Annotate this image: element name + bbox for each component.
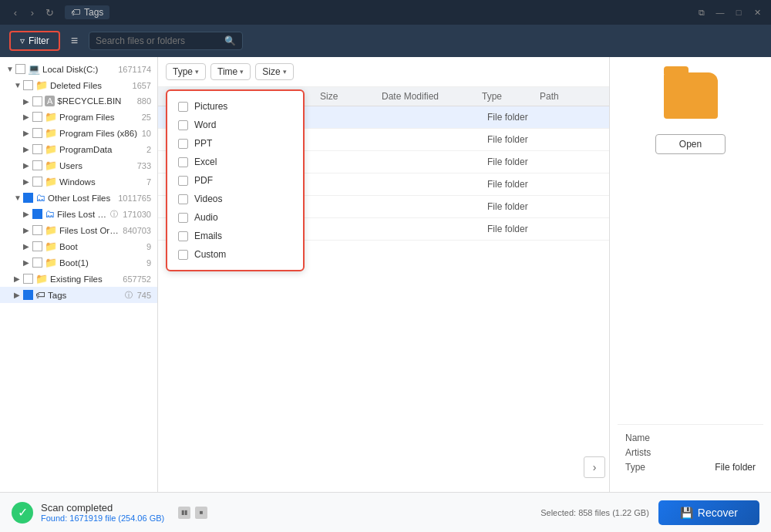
checkbox[interactable] [32, 258, 42, 268]
sidebar-item-label: Program Files (x86) [59, 129, 139, 138]
option-checkbox[interactable] [178, 120, 188, 130]
forward-button[interactable]: › [25, 5, 40, 20]
toggle-icon: ▼ [6, 65, 15, 73]
pause-button[interactable]: ▮▮ [178, 507, 190, 519]
checkbox[interactable] [32, 177, 42, 187]
option-checkbox[interactable] [178, 102, 188, 112]
checkbox[interactable] [32, 225, 42, 235]
open-button[interactable]: Open [655, 134, 726, 154]
next-arrow-button[interactable]: › [584, 456, 605, 478]
sidebar-item-users[interactable]: ▶ 📁 Users 733 [0, 157, 157, 173]
type-option-excel[interactable]: Excel [167, 153, 303, 171]
sidebar-item-other-lost-files[interactable]: ▼ 🗂 Other Lost Files 1011765 [0, 190, 157, 206]
option-checkbox[interactable] [178, 231, 188, 241]
recover-button[interactable]: 💾 Recover [658, 500, 759, 525]
filter-bar: Type ▾ Time ▾ Size ▾ [158, 57, 609, 87]
type-option-ppt[interactable]: PPT [167, 134, 303, 153]
size-filter-dropdown[interactable]: Size ▾ [255, 63, 293, 80]
checkbox[interactable] [32, 160, 42, 170]
path-breadcrumb: 🏷 Tags [65, 5, 109, 19]
folder-icon: 📁 [45, 224, 57, 236]
sidebar-item-files-lost-original-1[interactable]: ▶ 🗂 Files Lost Origi... ⓘ 171030 [0, 206, 157, 222]
refresh-button[interactable]: ↻ [42, 5, 57, 20]
type-option-pictures[interactable]: Pictures [167, 97, 303, 116]
type-option-videos[interactable]: Videos [167, 190, 303, 208]
option-label: Audio [194, 212, 218, 223]
checkbox[interactable] [23, 274, 33, 284]
main-content: ▼ 💻 Local Disk(C:) 1671174 ▼ 📁 Deleted F… [0, 57, 771, 492]
toggle-icon: ▶ [23, 97, 32, 106]
option-checkbox[interactable] [178, 213, 188, 223]
sidebar-item-program-data[interactable]: ▶ 📁 ProgramData 2 [0, 141, 157, 157]
type-option-word[interactable]: Word [167, 116, 303, 134]
sidebar-item-boot1[interactable]: ▶ 📁 Boot(1) 9 [0, 254, 157, 271]
folder-icon: 📁 [35, 273, 48, 285]
sidebar-item-files-lost-original-2[interactable]: ▶ 📁 Files Lost Original ... 840703 [0, 222, 157, 238]
window-maximize-button[interactable]: □ [732, 6, 745, 19]
time-filter-dropdown[interactable]: Time ▾ [210, 63, 251, 80]
option-checkbox[interactable] [178, 139, 188, 149]
col-path-header: Path [540, 91, 601, 102]
type-option-audio[interactable]: Audio [167, 208, 303, 227]
option-checkbox[interactable] [178, 157, 188, 167]
sidebar-item-program-files-x86[interactable]: ▶ 📁 Program Files (x86) 10 [0, 125, 157, 141]
menu-button[interactable]: ≡ [66, 31, 82, 51]
filter-icon: ▿ [20, 35, 25, 46]
option-checkbox[interactable] [178, 194, 188, 204]
sidebar-item-windows[interactable]: ▶ 📁 Windows 7 [0, 173, 157, 190]
folder-icon: 📁 [35, 79, 48, 91]
toggle-icon: ▶ [23, 129, 32, 137]
type-option-emails[interactable]: Emails [167, 227, 303, 245]
sidebar-item-existing-files[interactable]: ▶ 📁 Existing Files 657752 [0, 271, 157, 287]
window-restore-button[interactable]: ⧉ [695, 6, 708, 19]
option-label: Excel [194, 157, 217, 167]
toggle-icon: ▼ [14, 194, 23, 202]
type-option-pdf[interactable]: PDF [167, 171, 303, 190]
option-checkbox[interactable] [178, 250, 188, 260]
sidebar-item-count: 171030 [123, 210, 151, 219]
checkbox[interactable] [32, 209, 42, 219]
checkbox[interactable] [23, 290, 33, 300]
filter-button[interactable]: ▿ Filter [9, 31, 60, 51]
filter-label: Filter [29, 35, 49, 46]
row-type: File folder [487, 134, 540, 145]
checkbox[interactable] [32, 128, 42, 138]
sidebar-item-tags[interactable]: ▶ 🏷 Tags ⓘ 745 [0, 287, 157, 303]
type-filter-dropdown[interactable]: Type ▾ [166, 63, 206, 80]
sidebar-item-boot[interactable]: ▶ 📁 Boot 9 [0, 238, 157, 254]
checkbox[interactable] [32, 241, 42, 251]
toggle-icon: ▶ [14, 291, 23, 299]
window-minimize-button[interactable]: ― [714, 6, 726, 19]
folder-icon: 🗂 [45, 208, 55, 220]
checkbox[interactable] [32, 96, 42, 106]
path-icon: 🏷 [71, 7, 80, 18]
search-input[interactable] [96, 35, 220, 46]
info-icon[interactable]: ⓘ [110, 209, 118, 220]
type-dropdown-overlay: Pictures Word PPT Excel PDF Videos [166, 89, 305, 271]
toggle-icon: ▶ [23, 177, 32, 186]
checkbox[interactable] [32, 112, 42, 122]
checkbox[interactable] [23, 193, 33, 203]
sidebar-item-recycle-bin[interactable]: ▶ A $RECYCLE.BIN 880 [0, 93, 157, 109]
info-icon[interactable]: ⓘ [125, 290, 133, 301]
sidebar-item-count: 733 [137, 161, 151, 170]
info-row-artists: Artists [625, 447, 756, 458]
sidebar-item-local-disk[interactable]: ▼ 💻 Local Disk(C:) 1671174 [0, 61, 157, 77]
checkbox[interactable] [15, 64, 25, 74]
sidebar-item-program-files[interactable]: ▶ 📁 Program Files 25 [0, 109, 157, 125]
type-option-custom[interactable]: Custom [167, 245, 303, 264]
back-button[interactable]: ‹ [8, 5, 23, 20]
stop-button[interactable]: ■ [195, 507, 207, 519]
sidebar-item-deleted-files[interactable]: ▼ 📁 Deleted Files 1657 [0, 77, 157, 93]
selected-info: Selected: 858 files (1.22 GB) [540, 508, 649, 517]
checkbox[interactable] [23, 80, 33, 90]
sidebar-item-count: 880 [137, 96, 151, 106]
scan-status: ✓ Scan completed Found: 1671919 file (25… [12, 502, 540, 524]
option-checkbox[interactable] [178, 176, 188, 186]
sidebar: ▼ 💻 Local Disk(C:) 1671174 ▼ 📁 Deleted F… [0, 57, 158, 492]
file-info-panel: Name Artists Type File folder [618, 424, 763, 484]
checkbox[interactable] [32, 144, 42, 154]
size-filter-label: Size [262, 66, 280, 77]
window-close-button[interactable]: ✕ [751, 6, 763, 19]
sidebar-item-count: 10 [142, 129, 151, 138]
